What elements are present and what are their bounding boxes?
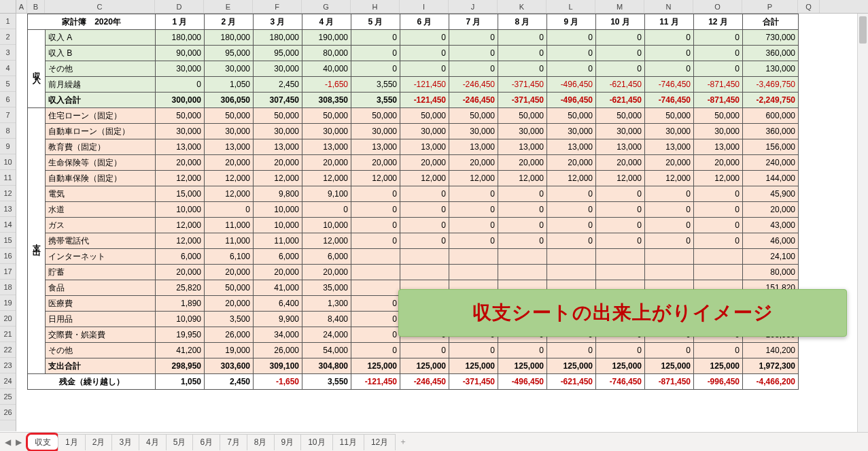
value-cell[interactable]: 20,000	[743, 202, 799, 218]
value-cell[interactable]: -371,450	[449, 374, 498, 390]
column-header[interactable]: D	[155, 0, 204, 13]
value-cell[interactable]: -371,450	[498, 93, 547, 108]
value-cell[interactable]: 0	[449, 186, 498, 202]
value-cell[interactable]: 50,000	[645, 108, 694, 124]
value-cell[interactable]: 0	[498, 186, 547, 202]
value-cell[interactable]	[400, 249, 449, 265]
value-cell[interactable]: 3,500	[205, 312, 254, 327]
value-cell[interactable]: 35,000	[302, 280, 351, 296]
value-cell[interactable]: -1,650	[254, 374, 302, 390]
month-header[interactable]: 2 月	[205, 14, 254, 30]
value-cell[interactable]: 20,000	[645, 155, 694, 171]
value-cell[interactable]: 19,000	[205, 343, 254, 358]
value-cell[interactable]: 13,000	[498, 139, 547, 155]
value-cell[interactable]: 20,000	[596, 155, 645, 171]
value-cell[interactable]: -3,469,750	[743, 77, 799, 93]
value-cell[interactable]: -746,450	[596, 374, 645, 390]
row-header[interactable]: 8	[0, 123, 16, 139]
value-cell[interactable]: 0	[645, 61, 694, 77]
row-header[interactable]: 22	[0, 342, 16, 358]
value-cell[interactable]: 12,000	[156, 218, 205, 233]
value-cell[interactable]: 20,000	[400, 155, 449, 171]
value-cell[interactable]	[645, 265, 694, 280]
value-cell[interactable]: 50,000	[156, 108, 205, 124]
value-cell[interactable]: 20,000	[694, 155, 743, 171]
value-cell[interactable]: 12,000	[205, 171, 254, 186]
value-cell[interactable]: 26,000	[254, 343, 302, 358]
value-cell[interactable]: 0	[205, 202, 254, 218]
value-cell[interactable]: 30,000	[400, 124, 449, 139]
value-cell[interactable]: 0	[596, 202, 645, 218]
value-cell[interactable]: 600,000	[743, 108, 799, 124]
value-cell[interactable]: 0	[694, 61, 743, 77]
row-label[interactable]: 医療費	[46, 296, 156, 312]
row-label[interactable]: 収入 B	[46, 46, 156, 61]
row-label[interactable]: 電気	[46, 186, 156, 202]
value-cell[interactable]: 0	[596, 233, 645, 249]
value-cell[interactable]: 19,950	[156, 327, 205, 343]
value-cell[interactable]: 50,000	[205, 108, 254, 124]
value-cell[interactable]: 10,000	[254, 202, 302, 218]
value-cell[interactable]: 30,000	[596, 124, 645, 139]
value-cell[interactable]: -746,450	[645, 93, 694, 108]
row-label[interactable]: 貯蓄	[46, 265, 156, 280]
row-label[interactable]: その他	[46, 343, 156, 358]
row-label[interactable]: 水道	[46, 202, 156, 218]
value-cell[interactable]: 12,000	[645, 171, 694, 186]
value-cell[interactable]	[498, 249, 547, 265]
row-label[interactable]: 自動車ローン（固定）	[46, 124, 156, 139]
row-header[interactable]: 6	[0, 92, 16, 107]
value-cell[interactable]: 0	[498, 30, 547, 46]
value-cell[interactable]: 0	[351, 343, 400, 358]
month-header[interactable]: 12 月	[694, 14, 743, 30]
row-header[interactable]: 13	[0, 201, 16, 217]
value-cell[interactable]: 0	[400, 233, 449, 249]
value-cell[interactable]: 30,000	[547, 124, 596, 139]
row-header[interactable]: 9	[0, 139, 16, 154]
value-cell[interactable]: 12,000	[302, 233, 351, 249]
value-cell[interactable]: 303,600	[205, 358, 254, 374]
row-header[interactable]: 20	[0, 311, 16, 327]
value-cell[interactable]: 20,000	[254, 155, 302, 171]
value-cell[interactable]: 0	[400, 202, 449, 218]
value-cell[interactable]: -496,450	[498, 374, 547, 390]
value-cell[interactable]: 0	[694, 186, 743, 202]
value-cell[interactable]: 300,000	[156, 93, 205, 108]
row-label[interactable]: 教育費（固定）	[46, 139, 156, 155]
value-cell[interactable]: 307,450	[254, 93, 302, 108]
value-cell[interactable]: 0	[596, 61, 645, 77]
month-header[interactable]: 4 月	[302, 14, 351, 30]
column-header[interactable]: O	[693, 0, 742, 13]
row-header[interactable]: 19	[0, 295, 16, 311]
value-cell[interactable]: 26,000	[205, 327, 254, 343]
value-cell[interactable]: 1,972,300	[743, 358, 799, 374]
value-cell[interactable]: 6,000	[156, 249, 205, 265]
value-cell[interactable]: 180,000	[254, 30, 302, 46]
row-header[interactable]: 2	[0, 29, 16, 45]
tab-next-icon[interactable]: ▶	[14, 437, 23, 447]
value-cell[interactable]: -871,450	[694, 93, 743, 108]
value-cell[interactable]	[596, 265, 645, 280]
sheet-tab[interactable]: 10月	[300, 434, 332, 450]
value-cell[interactable]: 30,000	[156, 61, 205, 77]
value-cell[interactable]: 0	[694, 233, 743, 249]
value-cell[interactable]: 13,000	[400, 139, 449, 155]
value-cell[interactable]: 0	[547, 218, 596, 233]
value-cell[interactable]: 0	[351, 202, 400, 218]
value-cell[interactable]: 13,000	[547, 139, 596, 155]
value-cell[interactable]: 125,000	[645, 358, 694, 374]
row-label[interactable]: 住宅ローン（固定）	[46, 108, 156, 124]
value-cell[interactable]: 1,300	[302, 296, 351, 312]
value-cell[interactable]: 0	[449, 233, 498, 249]
value-cell[interactable]: 0	[498, 202, 547, 218]
value-cell[interactable]: 20,000	[351, 155, 400, 171]
value-cell[interactable]: 0	[694, 343, 743, 358]
value-cell[interactable]: 20,000	[205, 155, 254, 171]
value-cell[interactable]: 0	[156, 77, 205, 93]
value-cell[interactable]: 20,000	[205, 296, 254, 312]
value-cell[interactable]: 13,000	[694, 139, 743, 155]
value-cell[interactable]: 0	[498, 343, 547, 358]
value-cell[interactable]: 12,000	[156, 171, 205, 186]
value-cell[interactable]: 1,890	[156, 296, 205, 312]
column-header[interactable]: M	[595, 0, 644, 13]
